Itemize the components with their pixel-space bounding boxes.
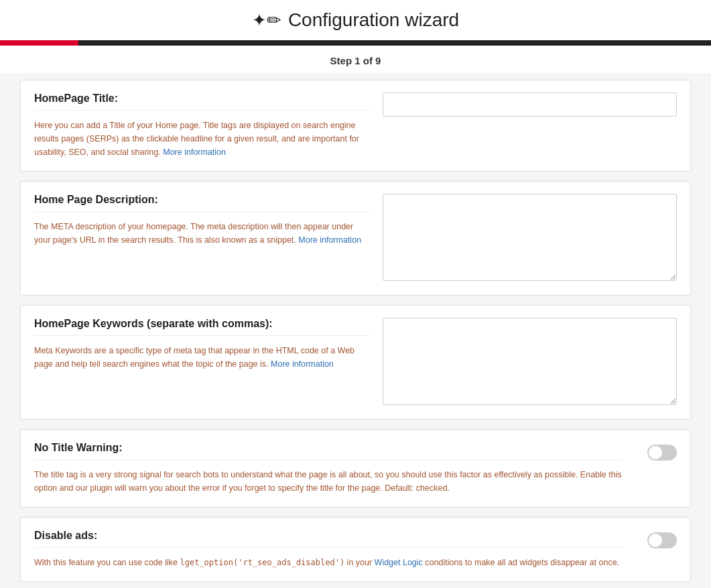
homepage-keywords-card: HomePage Keywords (separate with commas)… bbox=[20, 305, 691, 420]
card-right bbox=[637, 530, 677, 569]
code-snippet: lget_option('rt_seo_ads_disabled') bbox=[180, 558, 344, 567]
card-right bbox=[383, 194, 677, 283]
section-description: Here you can add a Title of your Home pa… bbox=[34, 119, 369, 159]
card-left: HomePage Title: Here you can add a Title… bbox=[34, 93, 369, 159]
card-left: No Title Warning: The title tag is a ver… bbox=[34, 442, 623, 495]
no-title-warning-card: No Title Warning: The title tag is a ver… bbox=[20, 429, 691, 508]
highlight-text4: title bbox=[320, 483, 333, 493]
page-title: ✦✏ Configuration wizard bbox=[0, 9, 711, 31]
section-description: The title tag is a very strong signal fo… bbox=[34, 468, 623, 495]
card-right bbox=[637, 442, 677, 495]
section-title: HomePage Keywords (separate with commas)… bbox=[34, 318, 369, 336]
homepage-keywords-input[interactable] bbox=[383, 318, 677, 405]
section-title: No Title Warning: bbox=[34, 442, 623, 460]
main-content: HomePage Title: Here you can add a Title… bbox=[0, 73, 711, 588]
highlight-text2: page is all about bbox=[309, 470, 370, 479]
title-text: Configuration wizard bbox=[288, 9, 459, 31]
card-right bbox=[383, 318, 677, 407]
card-left: Disable ads: With this feature you can u… bbox=[34, 530, 623, 569]
disable-ads-toggle[interactable] bbox=[647, 532, 677, 548]
progress-bar-container bbox=[0, 40, 711, 46]
progress-bar-fill bbox=[0, 40, 78, 46]
card-right bbox=[383, 93, 677, 159]
card-left: Home Page Description: The META descript… bbox=[34, 194, 369, 283]
highlight-text: search bots bbox=[176, 470, 219, 479]
more-info-link[interactable]: More information bbox=[163, 148, 226, 157]
homepage-description-input[interactable] bbox=[383, 194, 677, 281]
wand-icon: ✦✏ bbox=[252, 10, 281, 31]
widget-logic-link[interactable]: Widget Logic bbox=[375, 558, 423, 567]
section-description: With this feature you can use code like … bbox=[34, 556, 623, 569]
homepage-title-input[interactable] bbox=[383, 93, 677, 117]
section-description: Meta Keywords are a specific type of met… bbox=[34, 344, 369, 371]
highlight-text: HTML bbox=[276, 346, 299, 355]
highlight-text: Title bbox=[109, 121, 125, 130]
header: ✦✏ Configuration wizard bbox=[0, 0, 711, 46]
more-info-link[interactable]: More information bbox=[271, 359, 334, 369]
homepage-description-card: Home Page Description: The META descript… bbox=[20, 181, 691, 296]
no-title-warning-toggle[interactable] bbox=[647, 445, 677, 461]
section-title: Disable ads: bbox=[34, 530, 623, 548]
highlight-text3: this bbox=[444, 470, 457, 479]
section-title: Home Page Description: bbox=[34, 194, 369, 212]
highlight-text: META description bbox=[51, 222, 116, 231]
disable-ads-card: Disable ads: With this feature you can u… bbox=[20, 517, 691, 582]
card-left: HomePage Keywords (separate with commas)… bbox=[34, 318, 369, 407]
more-info-link[interactable]: More information bbox=[298, 235, 361, 245]
section-description: The META description of your homepage. T… bbox=[34, 220, 369, 247]
step-label: Step 1 of 9 bbox=[0, 46, 711, 73]
homepage-title-card: HomePage Title: Here you can add a Title… bbox=[20, 80, 691, 172]
section-title: HomePage Title: bbox=[34, 93, 369, 111]
